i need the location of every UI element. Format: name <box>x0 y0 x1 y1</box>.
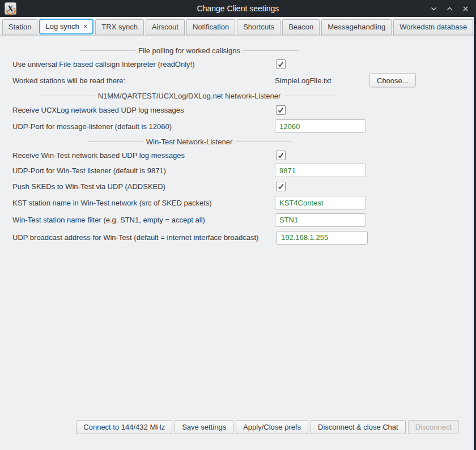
close-icon <box>462 5 469 12</box>
receive-wintest-checkbox[interactable] <box>276 151 286 160</box>
separator-line <box>235 142 291 142</box>
separator-line <box>283 96 339 96</box>
close-window-button[interactable] <box>462 5 469 12</box>
field-label: Push SKEDs to Win-Test via UDP (ADDSKED) <box>12 182 165 191</box>
chevron-up-icon <box>446 5 453 12</box>
tab-messagehandling[interactable]: Messagehandling <box>321 19 392 35</box>
tab-label: Log synch <box>45 22 79 31</box>
section-header-file-polling: File polling for worked callsigns <box>0 45 379 56</box>
chevron-down-icon <box>430 5 437 12</box>
separator-line <box>88 142 143 142</box>
tab-label: Station <box>8 23 31 31</box>
connect-144-432-button[interactable]: Connect to 144/432 MHz <box>76 420 172 434</box>
tab-label: TRX synch <box>101 23 138 31</box>
field-label: Receive Win-Test network based UDP log m… <box>12 151 185 160</box>
field-label: Win-Test station name filter (e.g. STN1,… <box>12 216 205 224</box>
worked-stations-file-value: SimpleLogFile.txt <box>275 76 332 85</box>
app-icon: X <box>5 2 16 15</box>
tab-notification[interactable]: Notification <box>186 19 235 35</box>
field-label: Receive UCXLog network based UDP log mes… <box>12 106 184 114</box>
save-settings-button[interactable]: Save settings <box>175 420 233 434</box>
tab-beacon[interactable]: Beacon <box>282 19 320 35</box>
station-name-filter-input[interactable] <box>275 213 366 227</box>
tab-log-synch[interactable]: Log synch× <box>39 19 94 35</box>
field-label: UDP-Port for message-listener (default i… <box>12 122 172 131</box>
tab-label: Workedstn database <box>400 23 467 31</box>
tab-label: Messagehandling <box>328 23 385 31</box>
field-label: Use universal File based callsign Interp… <box>12 60 195 68</box>
section-title: N1MM/QARTEST/UCXLog/DXLog.net Network-Li… <box>98 92 281 100</box>
row-udp-port-wintest: UDP-Port for Win-Test listener (default … <box>0 162 476 178</box>
titlebar: X Change Client seetings <box>0 0 476 17</box>
window-controls <box>430 5 469 12</box>
field-label: KST station name in Win-Test network (sr… <box>12 199 212 207</box>
field-label: UDP-Port for Win-Test listener (default … <box>12 166 166 175</box>
window-title: Change Client seetings <box>0 4 476 13</box>
row-universal-interpreter: Use universal File based callsign Interp… <box>0 56 476 72</box>
row-udp-port-message-listener: UDP-Port for message-listener (default i… <box>0 117 476 135</box>
apply-close-prefs-button[interactable]: Apply/Close prefs <box>236 420 308 434</box>
tab-trx-synch[interactable]: TRX synch <box>95 19 144 35</box>
log-synch-panel: File polling for worked callsigns Use un… <box>0 45 476 246</box>
choose-file-button[interactable]: Choose... <box>369 74 416 88</box>
settings-window: X Change Client seetings Statio <box>0 0 476 450</box>
udp-port-wintest-input[interactable] <box>275 164 366 177</box>
tab-station[interactable]: Station <box>2 19 37 35</box>
shade-button[interactable] <box>430 5 437 12</box>
kst-station-name-input[interactable] <box>275 196 366 209</box>
tab-workedstn-database[interactable]: Workedstn database <box>393 19 473 35</box>
row-worked-stations-file: Worked stations will be read there: Simp… <box>0 72 476 89</box>
tab-shortcuts[interactable]: Shortcuts <box>237 19 280 35</box>
row-udp-broadcast-address: UDP broadcast address for Win-Test (defa… <box>0 229 476 246</box>
udp-broadcast-address-input[interactable] <box>277 231 368 245</box>
row-kst-station-name: KST station name in Win-Test network (sr… <box>0 194 476 211</box>
tab-bar: Station Log synch× TRX synch Airscout No… <box>0 17 476 36</box>
row-receive-ucxlog: Receive UCXLog network based UDP log mes… <box>0 102 476 117</box>
push-skeds-checkbox[interactable] <box>276 182 286 191</box>
section-header-wintest-listener: Win-Test Network-Listener <box>0 135 379 148</box>
universal-interpreter-checkbox[interactable] <box>276 59 286 69</box>
row-receive-wintest: Receive Win-Test network based UDP log m… <box>0 148 476 162</box>
tab-label: Beacon <box>288 23 313 31</box>
separator-line <box>243 50 299 51</box>
separator-line <box>40 96 95 96</box>
field-label: UDP broadcast address for Win-Test (defa… <box>12 233 258 242</box>
tab-label: Notification <box>193 23 229 31</box>
separator-line <box>80 50 135 51</box>
tab-label: Airscout <box>152 23 178 31</box>
footer-button-row: Connect to 144/432 MHz Save settings App… <box>76 420 459 434</box>
receive-ucxlog-checkbox[interactable] <box>276 105 286 115</box>
disconnect-button: Disconnect <box>408 420 459 434</box>
field-label: Worked stations will be read there: <box>12 76 125 85</box>
maximize-button[interactable] <box>446 5 453 12</box>
section-title: File polling for worked callsigns <box>138 46 240 55</box>
tab-close-icon[interactable]: × <box>83 22 88 31</box>
udp-port-message-listener-input[interactable] <box>275 119 366 133</box>
section-header-network-listener: N1MM/QARTEST/UCXLog/DXLog.net Network-Li… <box>0 89 379 102</box>
window-edge <box>474 17 476 450</box>
row-push-skeds: Push SKEDs to Win-Test via UDP (ADDSKED) <box>0 178 476 194</box>
disconnect-close-chat-button[interactable]: Disconnect & close Chat <box>311 420 406 434</box>
row-station-name-filter: Win-Test station name filter (e.g. STN1,… <box>0 211 476 229</box>
section-title: Win-Test Network-Listener <box>146 138 232 146</box>
tab-airscout[interactable]: Airscout <box>146 19 185 35</box>
tab-label: Shortcuts <box>243 23 274 31</box>
